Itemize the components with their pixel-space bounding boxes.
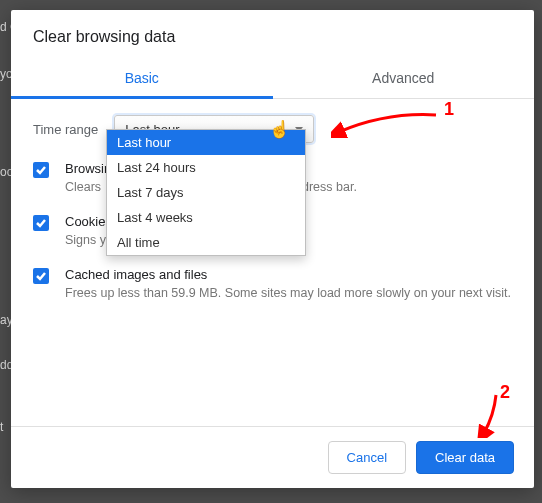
- annotation-label-2: 2: [500, 382, 510, 403]
- time-range-option[interactable]: Last 7 days: [107, 180, 305, 205]
- option-cache: Cached images and files Frees up less th…: [33, 267, 512, 302]
- tab-bar: Basic Advanced: [11, 60, 534, 99]
- time-range-option[interactable]: All time: [107, 230, 305, 255]
- time-range-option[interactable]: Last hour: [107, 130, 305, 155]
- option-title: Cached images and files: [65, 267, 511, 282]
- dialog-footer: Cancel Clear data: [11, 426, 534, 488]
- clear-data-button[interactable]: Clear data: [416, 441, 514, 474]
- option-desc: Frees up less than 59.9 MB. Some sites m…: [65, 285, 511, 302]
- dialog-title: Clear browsing data: [11, 10, 534, 60]
- cancel-button[interactable]: Cancel: [328, 441, 406, 474]
- annotation-label-1: 1: [444, 99, 454, 120]
- check-icon: [35, 217, 47, 229]
- time-range-option[interactable]: Last 24 hours: [107, 155, 305, 180]
- checkbox-cache[interactable]: [33, 268, 49, 284]
- dialog-body: Time range Last hour Last hour Last 24 h…: [11, 99, 534, 302]
- time-range-dropdown: Last hour Last 24 hours Last 7 days Last…: [106, 129, 306, 256]
- tab-basic[interactable]: Basic: [11, 60, 273, 98]
- check-icon: [35, 270, 47, 282]
- time-range-option[interactable]: Last 4 weeks: [107, 205, 305, 230]
- bg-text: t: [0, 420, 3, 434]
- time-range-label: Time range: [33, 122, 98, 137]
- checkbox-cookies[interactable]: [33, 215, 49, 231]
- clear-browsing-data-dialog: Clear browsing data Basic Advanced Time …: [11, 10, 534, 488]
- check-icon: [35, 164, 47, 176]
- checkbox-browsing-history[interactable]: [33, 162, 49, 178]
- tab-advanced[interactable]: Advanced: [273, 60, 535, 98]
